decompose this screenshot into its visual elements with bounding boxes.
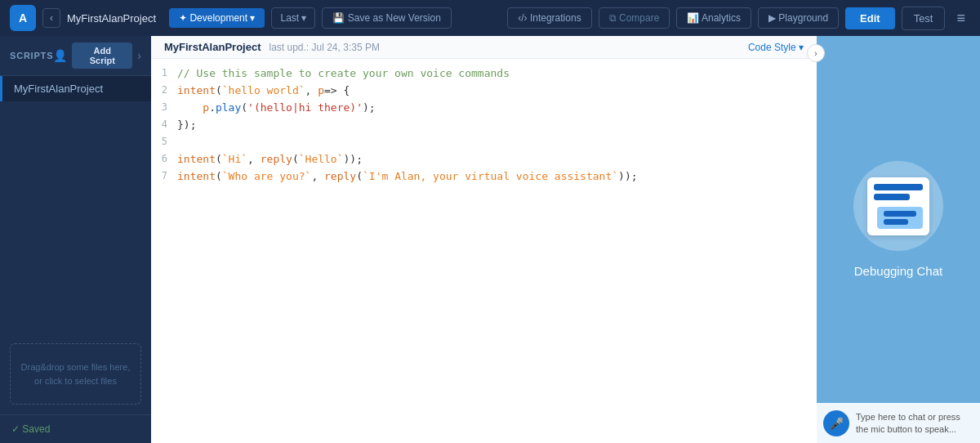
back-button[interactable]: ‹ (42, 8, 60, 28)
line-number: 2 (151, 83, 177, 100)
main-area: SCRIPTS 👤 Add Script › MyFirstAlanProjec… (0, 36, 980, 443)
line-number: 4 (151, 117, 177, 134)
debugging-icon-area: Debugging Chat (853, 36, 943, 403)
development-button[interactable]: ✦ Development ▾ (169, 8, 265, 28)
line-content: intent(`Who are you?`, reply(`I'm Alan, … (177, 168, 817, 186)
code-line-6: 6intent(`Hi`, reply(`Hello`)); (151, 151, 817, 168)
right-panel: › Debugging Chat 🎤 Type here to ch (817, 36, 980, 443)
project-name: MyFirstAlanProject (67, 12, 156, 25)
logo: A (10, 5, 36, 31)
chat-bar-2 (874, 194, 910, 200)
add-script-button[interactable]: Add Script (72, 43, 132, 69)
code-line-2: 2intent(`hello world`, p=> { (151, 83, 817, 100)
right-panel-collapse-button[interactable]: › (807, 44, 825, 62)
file-drop-area[interactable]: Drag&drop some files here, or click to s… (10, 343, 141, 405)
code-line-7: 7intent(`Who are you?`, reply(`I'm Alan,… (151, 168, 817, 186)
script-item-myfirstalanproject[interactable]: MyFirstAlanProject (0, 76, 151, 101)
line-content: intent(`hello world`, p=> { (177, 83, 817, 100)
line-number: 5 (151, 134, 177, 151)
menu-button[interactable]: ≡ (951, 7, 970, 30)
chat-bar-4 (884, 219, 908, 225)
debugging-chat-icon (853, 161, 943, 251)
save-new-version-button[interactable]: 💾 Save as New Version (322, 7, 451, 29)
mic-button[interactable]: 🎤 (823, 410, 849, 436)
code-header: MyFirstAlanProject last upd.: Jul 24, 3:… (151, 36, 817, 59)
chat-input-area: 🎤 Type here to chat or press the mic but… (817, 403, 980, 443)
analytics-button[interactable]: 📊 Analytics (676, 7, 751, 29)
saved-status: ✓ Saved (0, 414, 151, 443)
code-line-3: 3 p.play('(hello|hi there)'); (151, 100, 817, 117)
line-content: }); (177, 117, 817, 134)
chat-bar-1 (874, 184, 923, 190)
header: A ‹ MyFirstAlanProject ✦ Development ▾ L… (0, 0, 980, 36)
code-editor[interactable]: 1// Use this sample to create your own v… (151, 59, 817, 443)
sidebar-title: SCRIPTS (10, 51, 53, 60)
sidebar-collapse-button[interactable]: › (137, 49, 141, 62)
line-content: intent(`Hi`, reply(`Hello`)); (177, 151, 817, 168)
chat-bar-3 (884, 211, 916, 217)
code-title: MyFirstAlanProject (164, 41, 261, 53)
code-style-button[interactable]: Code Style ▾ (748, 42, 804, 53)
line-content: // Use this sample to create your own vo… (177, 65, 817, 83)
sidebar: SCRIPTS 👤 Add Script › MyFirstAlanProjec… (0, 36, 151, 443)
line-content (177, 134, 817, 151)
compare-button[interactable]: ⧉ Compare (599, 7, 670, 29)
code-last-updated: last upd.: Jul 24, 3:35 PM (269, 42, 379, 53)
line-number: 1 (151, 65, 177, 83)
debugging-chat-label: Debugging Chat (854, 264, 942, 278)
test-button[interactable]: Test (902, 7, 946, 30)
last-button[interactable]: Last ▾ (271, 7, 315, 29)
chat-bubble-icon (867, 177, 929, 235)
line-number: 3 (151, 100, 177, 117)
line-content: p.play('(hello|hi there)'); (177, 100, 817, 117)
code-line-4: 4}); (151, 117, 817, 134)
sidebar-header: SCRIPTS 👤 Add Script › (0, 36, 151, 76)
chat-placeholder-text: Type here to chat or press the mic butto… (856, 411, 973, 436)
code-line-5: 5 (151, 134, 817, 151)
edit-button[interactable]: Edit (845, 7, 895, 29)
integrations-button[interactable]: ‹/› Integrations (507, 7, 591, 29)
code-panel: MyFirstAlanProject last upd.: Jul 24, 3:… (151, 36, 817, 443)
line-number: 7 (151, 168, 177, 186)
person-icon[interactable]: 👤 (53, 49, 67, 62)
line-number: 6 (151, 151, 177, 168)
code-line-1: 1// Use this sample to create your own v… (151, 65, 817, 83)
playground-button[interactable]: ▶ Playground (758, 7, 839, 29)
